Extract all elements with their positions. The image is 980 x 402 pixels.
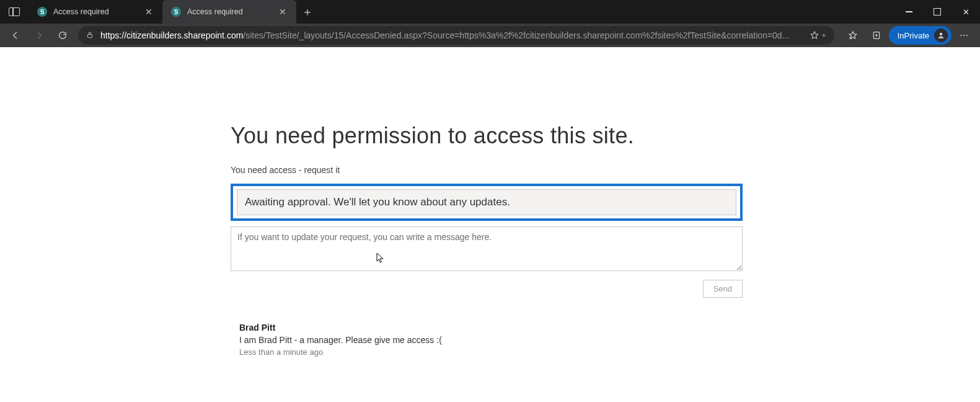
status-message: Awaiting approval. We'll let you know ab…: [237, 189, 736, 215]
profile-avatar-icon: [934, 29, 948, 42]
address-bar[interactable]: https://citizenbuilders.sharepoint.com/s…: [78, 26, 834, 45]
url-path: /sites/TestSite/_layouts/15/AccessDenied…: [243, 30, 789, 40]
lock-icon: [86, 30, 94, 39]
request-timestamp: Less than a minute ago: [239, 347, 442, 357]
arrow-left-icon: [11, 30, 20, 40]
inprivate-label: InPrivate: [898, 31, 929, 40]
request-message: I am Brad Pitt - a manager. Please give …: [239, 335, 442, 345]
request-entry: Brad Pitt I am Brad Pitt - a manager. Pl…: [231, 323, 743, 357]
window-controls: ✕: [894, 0, 980, 24]
tab-strip: S Access required ✕ S Access required ✕: [29, 0, 296, 24]
tab-access-required-1[interactable]: S Access required ✕: [29, 0, 162, 24]
collections-icon: [872, 30, 881, 40]
tab-title: Access required: [187, 7, 243, 16]
tab-title: Access required: [53, 7, 109, 16]
settings-more-button[interactable]: [953, 26, 975, 45]
inprivate-badge[interactable]: InPrivate: [889, 26, 951, 45]
window-close-button[interactable]: ✕: [951, 0, 980, 24]
star-icon: [810, 30, 819, 40]
svg-point-4: [963, 35, 965, 36]
svg-point-2: [940, 33, 943, 36]
tab-access-required-2[interactable]: S Access required ✕: [162, 0, 296, 24]
back-button[interactable]: [5, 26, 26, 45]
sharepoint-favicon-icon: S: [37, 7, 47, 17]
access-denied-panel: You need permission to access this site.…: [231, 123, 743, 357]
status-highlight: Awaiting approval. We'll let you know ab…: [231, 184, 743, 221]
page-viewport: You need permission to access this site.…: [0, 47, 980, 402]
tab-actions-icon: [9, 7, 20, 16]
send-button[interactable]: Send: [703, 280, 743, 298]
page-heading: You need permission to access this site.: [231, 123, 743, 149]
url-host: https://citizenbuilders.sharepoint.com: [100, 30, 243, 40]
update-request-textarea[interactable]: [231, 226, 743, 271]
tab-close-button[interactable]: ✕: [278, 7, 288, 17]
browser-titlebar: S Access required ✕ S Access required ✕ …: [0, 0, 980, 24]
window-maximize-button[interactable]: [923, 0, 951, 24]
plus-icon: [821, 32, 827, 38]
new-tab-button[interactable]: ＋: [296, 0, 319, 24]
svg-point-3: [960, 35, 961, 36]
refresh-button[interactable]: [52, 26, 73, 45]
ellipsis-icon: [959, 30, 969, 40]
tab-close-button[interactable]: ✕: [144, 7, 154, 17]
window-minimize-button[interactable]: [894, 0, 923, 24]
browser-toolbar: https://citizenbuilders.sharepoint.com/s…: [0, 24, 980, 47]
url-text: https://citizenbuilders.sharepoint.com/s…: [100, 30, 803, 40]
sharepoint-favicon-icon: S: [171, 7, 181, 17]
svg-point-5: [966, 35, 968, 36]
site-info-button[interactable]: [86, 30, 94, 41]
request-author: Brad Pitt: [239, 323, 442, 333]
arrow-right-icon: [34, 30, 44, 40]
svg-rect-0: [88, 34, 92, 37]
star-lines-icon: [848, 30, 858, 40]
page-subline: You need access - request it: [231, 165, 743, 175]
toolbar-right: InPrivate: [839, 26, 975, 45]
send-row: Send: [231, 280, 743, 298]
tab-actions-button[interactable]: [0, 0, 29, 24]
collections-button[interactable]: [865, 26, 888, 45]
favorites-button[interactable]: [842, 26, 864, 45]
forward-button[interactable]: [29, 26, 50, 45]
favorite-button[interactable]: [810, 30, 827, 40]
refresh-icon: [58, 30, 68, 40]
